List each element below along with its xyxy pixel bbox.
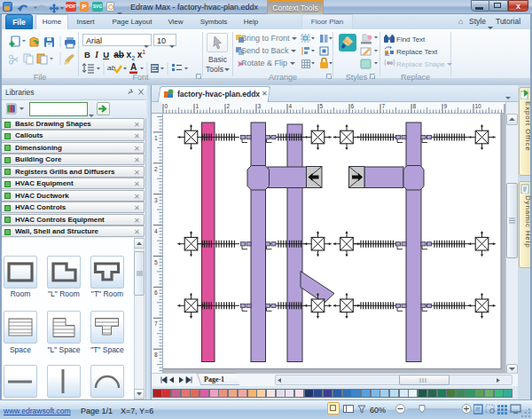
svg-text:2: 2	[227, 103, 231, 109]
svg-text:ac: ac	[385, 51, 390, 56]
svg-text:8: 8	[154, 352, 158, 358]
svg-text:0: 0	[165, 103, 168, 109]
svg-text:9: 9	[444, 103, 448, 109]
svg-text:5: 5	[320, 103, 324, 109]
svg-text:3: 3	[154, 197, 158, 203]
svg-text:7: 7	[154, 320, 158, 327]
svg-text:1: 1	[154, 135, 158, 141]
svg-text:5: 5	[154, 259, 158, 265]
svg-text:3: 3	[258, 103, 262, 109]
svg-text:10: 10	[475, 103, 482, 109]
svg-text:8: 8	[413, 103, 417, 109]
svg-text:6: 6	[154, 289, 158, 296]
svg-text:A: A	[130, 62, 137, 72]
svg-text:2: 2	[154, 166, 158, 172]
svg-text:7: 7	[382, 103, 386, 109]
svg-text:6: 6	[351, 103, 355, 109]
svg-text:1: 1	[196, 103, 200, 109]
svg-text:4: 4	[289, 103, 293, 109]
svg-text:4: 4	[154, 228, 158, 234]
